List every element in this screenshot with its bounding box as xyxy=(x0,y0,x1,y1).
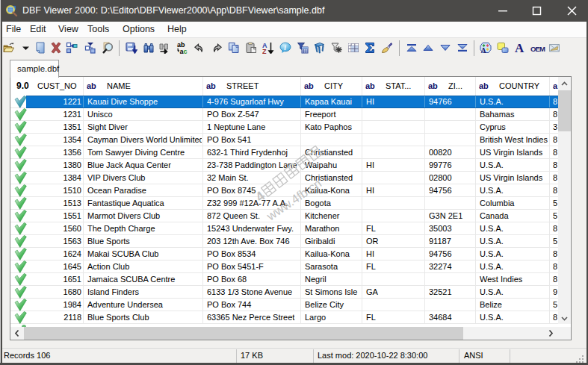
svg-text:c: c xyxy=(184,48,188,54)
svg-text:A: A xyxy=(481,46,487,54)
svg-text:i: i xyxy=(284,44,286,52)
svg-text:OEM: OEM xyxy=(530,45,545,53)
svg-text:Z: Z xyxy=(262,48,267,54)
svg-text:A: A xyxy=(515,42,524,54)
